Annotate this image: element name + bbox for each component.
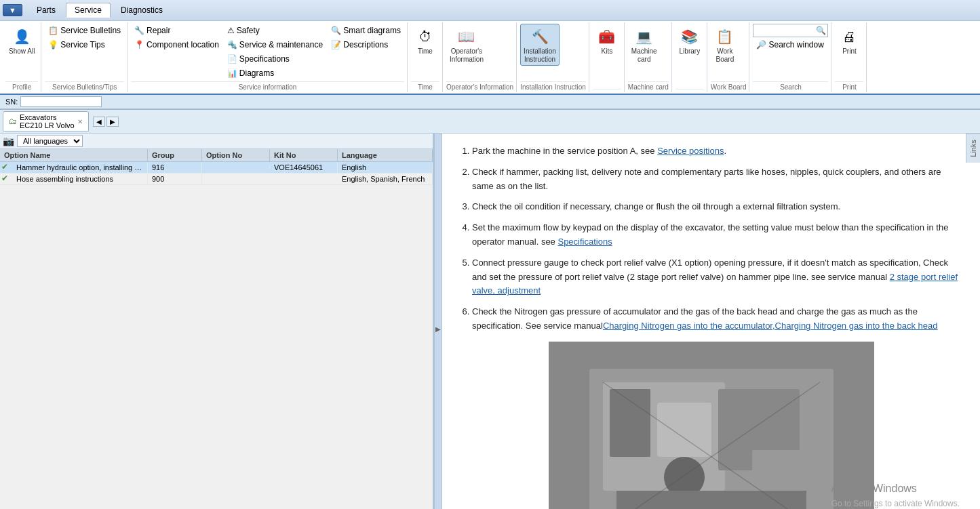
tab-parts[interactable]: Parts — [28, 3, 64, 18]
descriptions-icon: 📝 — [331, 40, 341, 49]
specifications-icon: 📄 — [227, 54, 237, 64]
safety-icon: ⚠ — [227, 26, 235, 35]
tab-bar: 🗂 Excavators EC210 LR Volvo ✕ ◀ ▶ — [0, 110, 980, 134]
nav-prev-button[interactable]: ◀ — [93, 117, 105, 127]
installation-icon: 🔨 — [529, 26, 551, 47]
svg-rect-8 — [616, 491, 806, 509]
work-board-button[interactable]: 📋 WorkBoard — [711, 24, 739, 66]
search-icon[interactable]: 🔍 — [815, 24, 827, 37]
bulletins-icon: 📋 — [48, 26, 58, 35]
work-board-group: 📋 WorkBoard Work Board — [708, 22, 750, 92]
content-list: Park the machine in the service position… — [458, 144, 964, 333]
show-all-button[interactable]: 👤 Show All — [5, 24, 38, 58]
profile-group: 👤 Show All Profile — [3, 22, 41, 92]
row-2-optno — [202, 178, 270, 180]
col-header-kit-no: Kit No — [270, 149, 338, 161]
stage-port-link[interactable]: 2 stage port relief valve, adjustment — [472, 272, 958, 296]
panel-collapse-handle[interactable]: ▶ — [434, 134, 442, 509]
tab-icon: 🗂 — [9, 117, 17, 126]
repair-icon: 🔧 — [134, 26, 144, 35]
list-item: Set the maximum flow by keypad on the di… — [472, 221, 964, 249]
work-board-icon: 📋 — [714, 26, 736, 47]
tab-diagnostics[interactable]: Diagnostics — [112, 3, 172, 18]
row-2-group: 900 — [148, 174, 202, 184]
library-group: 📚 Library — [673, 22, 707, 92]
col-header-option-no: Option No — [202, 149, 270, 161]
search-window-button[interactable]: 🔎 Search window — [753, 38, 828, 52]
left-toolbar: 📷 All languages — [0, 134, 433, 149]
search-input[interactable] — [753, 25, 815, 36]
diagrams-button[interactable]: 📊 Diagrams — [224, 66, 326, 80]
sn-input[interactable] — [20, 96, 102, 107]
smart-diagrams-button[interactable]: 🔍 Smart diagrams — [328, 24, 404, 37]
figure-image — [549, 342, 874, 509]
table-row[interactable]: ✔ Hose assembling instructions 900 Engli… — [0, 174, 433, 185]
list-item: Park the machine in the service position… — [472, 144, 964, 159]
language-select[interactable]: All languages — [17, 135, 83, 147]
table-body: ✔ Hammer hydraulic option, installing ne… — [0, 162, 433, 185]
repair-button[interactable]: 🔧 Repair — [131, 24, 222, 37]
machine-card-button[interactable]: 💻 Machinecard — [628, 24, 661, 66]
table-row[interactable]: ✔ Hammer hydraulic option, installing ne… — [0, 162, 433, 174]
list-item: Connect pressure gauge to check port rel… — [472, 256, 964, 298]
row-1-name: Hammer hydraulic option, installing new — [12, 162, 148, 173]
service-bulletins-button[interactable]: 📋 Service Bulletins — [45, 24, 124, 37]
row-2-kitno — [270, 178, 338, 180]
left-panel: 📷 All languages Option Name Group Option… — [0, 134, 434, 509]
machine-card-group: 💻 Machinecard Machine card — [625, 22, 672, 92]
service-tips-button[interactable]: 💡 Service Tips — [45, 38, 124, 52]
tab-label: Excavators EC210 LR Volvo — [20, 113, 75, 129]
specifications-link[interactable]: Specifications — [557, 237, 612, 247]
component-icon: 📍 — [134, 40, 144, 49]
svg-rect-4 — [657, 403, 711, 457]
time-group: ⏱ Time Time — [408, 22, 443, 92]
close-tab-button[interactable]: ✕ — [77, 118, 83, 125]
print-group: 🖨 Print Print — [832, 22, 867, 92]
service-maintenance-button[interactable]: 🔩 Service & maintenance — [224, 38, 326, 52]
library-icon: 📚 — [679, 26, 701, 47]
service-positions-link[interactable]: Service positions — [657, 146, 724, 156]
search-box[interactable]: 🔍 — [753, 24, 828, 37]
show-all-icon: 👤 — [11, 26, 33, 47]
kits-button[interactable]: 🧰 Kits — [593, 24, 621, 58]
kits-group: 🧰 Kits — [590, 22, 625, 92]
diagrams-icon: 📊 — [227, 68, 237, 78]
specifications-button[interactable]: 📄 Specifications — [224, 52, 326, 66]
nitrogen-link[interactable]: Charging Nitrogen gas into the accumulat… — [603, 321, 938, 331]
installation-instruction-button[interactable]: 🔨 InstallationInstruction — [520, 24, 560, 66]
nav-next-button[interactable]: ▶ — [106, 117, 119, 127]
smart-icon: 🔍 — [331, 26, 341, 35]
col-header-option-name: Option Name — [0, 149, 148, 161]
safety-button[interactable]: ⚠ Safety — [224, 24, 326, 37]
operators-information-button[interactable]: 📖 Operator'sInformation — [446, 24, 487, 66]
search-window-icon: 🔎 — [756, 40, 766, 49]
list-item: Check if hammer, packing list, delivery … — [472, 165, 964, 194]
time-button[interactable]: ⏱ Time — [411, 24, 439, 58]
descriptions-button[interactable]: 📝 Descriptions — [328, 38, 404, 52]
operators-group: 📖 Operator'sInformation Operator's Infor… — [444, 22, 517, 92]
kits-icon: 🧰 — [596, 26, 618, 47]
row-1-kitno: VOE14645061 — [270, 162, 338, 173]
machine-card-icon: 💻 — [633, 26, 655, 47]
tab-service[interactable]: Service — [66, 3, 111, 18]
row-1-group: 916 — [148, 162, 202, 173]
library-button[interactable]: 📚 Library — [675, 24, 704, 58]
app-menu-button[interactable]: ▼ — [3, 4, 22, 16]
print-button[interactable]: 🖨 Print — [835, 24, 863, 58]
sn-bar: SN: — [0, 95, 980, 109]
print-icon: 🖨 — [838, 26, 860, 47]
excavators-tab[interactable]: 🗂 Excavators EC210 LR Volvo ✕ — [3, 111, 89, 131]
row-2-name: Hose assembling instructions — [12, 174, 148, 184]
row-icon-2: ✔ — [1, 174, 12, 184]
bulletins-group: 📋 Service Bulletins 💡 Service Tips Servi… — [42, 22, 128, 92]
row-2-lang: English, Spanish, French — [338, 174, 433, 184]
row-1-lang: English — [338, 162, 433, 173]
tips-icon: 💡 — [48, 40, 58, 49]
row-1-optno — [202, 166, 270, 169]
links-side-tab[interactable]: Links — [966, 134, 980, 163]
right-panel: Park the machine in the service position… — [442, 134, 980, 509]
camera-icon: 📷 — [3, 136, 14, 146]
component-location-button[interactable]: 📍 Component location — [131, 38, 222, 52]
installation-group: 🔨 InstallationInstruction Installation I… — [517, 22, 589, 92]
time-icon: ⏱ — [414, 26, 436, 47]
